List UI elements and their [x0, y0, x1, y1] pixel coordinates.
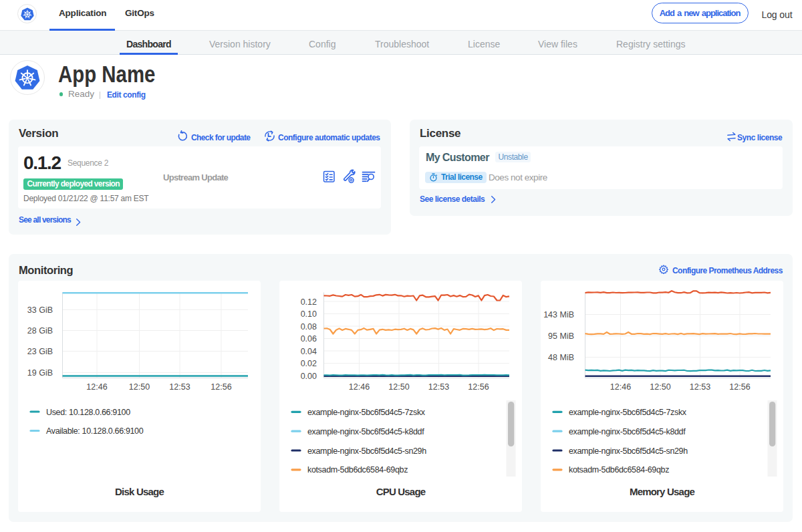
svg-text:0.06: 0.06 — [301, 334, 317, 344]
svg-text:example-nginx-5bc6f5d4c5-k8ddf: example-nginx-5bc6f5d4c5-k8ddf — [307, 427, 424, 436]
svg-text:12:56: 12:56 — [729, 382, 750, 392]
svg-text:12:53: 12:53 — [428, 382, 449, 392]
svg-text:Memory Usage: Memory Usage — [630, 486, 695, 497]
svg-text:12:56: 12:56 — [468, 382, 489, 392]
svg-text:0.12: 0.12 — [301, 297, 317, 307]
svg-text:19 GiB: 19 GiB — [27, 368, 53, 378]
svg-text:12:53: 12:53 — [169, 382, 190, 392]
svg-text:12:50: 12:50 — [650, 382, 670, 392]
svg-text:kotsadm-5db6dc6584-69qbz: kotsadm-5db6dc6584-69qbz — [569, 465, 669, 475]
svg-text:0.10: 0.10 — [301, 309, 317, 319]
svg-text:12:46: 12:46 — [610, 382, 631, 392]
svg-text:48 MiB: 48 MiB — [548, 353, 574, 362]
svg-text:12:46: 12:46 — [349, 382, 370, 392]
svg-text:0.02: 0.02 — [301, 359, 317, 368]
svg-text:28 GiB: 28 GiB — [27, 326, 53, 336]
svg-text:12:53: 12:53 — [690, 382, 710, 392]
svg-text:Used: 10.128.0.66:9100: Used: 10.128.0.66:9100 — [46, 408, 130, 417]
svg-text:12:50: 12:50 — [129, 382, 150, 392]
svg-text:example-nginx-5bc6f5d4c5-7zskx: example-nginx-5bc6f5d4c5-7zskx — [307, 408, 426, 417]
svg-text:95 MiB: 95 MiB — [548, 331, 574, 341]
svg-text:0.00: 0.00 — [301, 372, 317, 381]
svg-text:Disk Usage: Disk Usage — [115, 486, 164, 497]
svg-text:example-nginx-5bc6f5d4c5-k8ddf: example-nginx-5bc6f5d4c5-k8ddf — [569, 427, 686, 436]
svg-text:33 GiB: 33 GiB — [27, 305, 53, 315]
svg-text:CPU Usage: CPU Usage — [376, 486, 426, 497]
svg-text:0.08: 0.08 — [301, 322, 317, 331]
svg-text:Available: 10.128.0.66:9100: Available: 10.128.0.66:9100 — [46, 426, 144, 436]
svg-text:example-nginx-5bc6f5d4c5-sn29h: example-nginx-5bc6f5d4c5-sn29h — [569, 446, 688, 456]
svg-text:example-nginx-5bc6f5d4c5-7zskx: example-nginx-5bc6f5d4c5-7zskx — [569, 408, 687, 417]
svg-text:23 GiB: 23 GiB — [27, 347, 53, 356]
svg-text:12:50: 12:50 — [388, 382, 409, 392]
svg-text:kotsadm-5db6dc6584-69qbz: kotsadm-5db6dc6584-69qbz — [307, 465, 408, 475]
svg-text:12:56: 12:56 — [211, 382, 231, 392]
svg-text:0.04: 0.04 — [301, 347, 317, 356]
svg-text:12:46: 12:46 — [86, 382, 107, 392]
svg-text:143 MiB: 143 MiB — [543, 310, 574, 319]
svg-text:example-nginx-5bc6f5d4c5-sn29h: example-nginx-5bc6f5d4c5-sn29h — [307, 446, 426, 456]
